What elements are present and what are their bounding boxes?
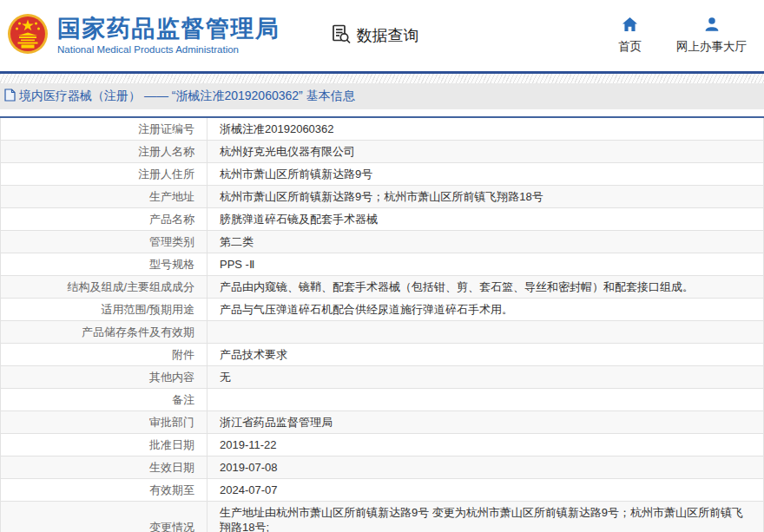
row-value: 生产地址由杭州市萧山区所前镇新达路9号 变更为杭州市萧山区所前镇新达路9号；杭州… xyxy=(207,502,764,532)
row-value: 产品与气压弹道碎石机配合供经尿道施行弹道碎石手术用。 xyxy=(207,299,764,321)
table-row: 管理类别第二类 xyxy=(1,231,764,253)
row-label: 注册证编号 xyxy=(1,117,207,141)
row-label: 注册人住所 xyxy=(1,163,207,186)
table-row: 结构及组成/主要组成成分产品由内窥镜、镜鞘、配套手术器械（包括钳、剪、套石篮、导… xyxy=(1,276,764,299)
row-value: 产品由内窥镜、镜鞘、配套手术器械（包括钳、剪、套石篮、导丝和密封帽）和配套接口组… xyxy=(207,276,764,299)
table-row: 生产地址杭州市萧山区所前镇新达路9号；杭州市萧山区所前镇飞翔路18号 xyxy=(1,186,764,208)
table-row: 注册人名称杭州好克光电仪器有限公司 xyxy=(1,141,764,163)
site-header: 国家药品监督管理局 National Medical Products Admi… xyxy=(0,0,764,71)
table-row: 审批部门浙江省药品监督管理局 xyxy=(1,411,764,434)
row-value: 2019-07-08 xyxy=(207,456,764,479)
row-label: 其他内容 xyxy=(1,366,207,389)
row-value: 杭州好克光电仪器有限公司 xyxy=(207,141,764,163)
row-label: 生效日期 xyxy=(1,456,207,479)
nav-item-service-hall[interactable]: 网上办事大厅 xyxy=(676,16,747,55)
table-row: 批准日期2019-11-22 xyxy=(1,434,764,456)
brand-title: 国家药品监督管理局 xyxy=(57,16,280,41)
row-label: 产品名称 xyxy=(1,208,207,231)
table-row: 其他内容无 xyxy=(1,366,764,389)
brand-subtitle: National Medical Products Administration xyxy=(57,44,280,55)
breadcrumb: 境内医疗器械（注册） —— “浙械注准20192060362” 基本信息 xyxy=(0,83,764,109)
user-icon xyxy=(704,16,720,35)
data-query-icon xyxy=(331,23,352,49)
data-query-tab[interactable]: 数据查询 xyxy=(331,23,419,49)
table-row: 注册人住所杭州市萧山区所前镇新达路9号 xyxy=(1,163,764,186)
data-query-label: 数据查询 xyxy=(357,25,419,46)
brand-block: 国家药品监督管理局 National Medical Products Admi… xyxy=(57,16,280,54)
nav-item-label: 网上办事大厅 xyxy=(676,39,747,55)
table-row: 产品储存条件及有效期 xyxy=(1,321,764,344)
row-label: 批准日期 xyxy=(1,434,207,456)
breadcrumb-text: 境内医疗器械（注册） —— “浙械注准20192060362” 基本信息 xyxy=(19,89,355,104)
row-label: 适用范围/预期用途 xyxy=(1,299,207,321)
info-table-body: 注册证编号浙械注准20192060362注册人名称杭州好克光电仪器有限公司注册人… xyxy=(1,117,764,532)
home-icon xyxy=(622,16,638,35)
row-label: 结构及组成/主要组成成分 xyxy=(1,276,207,299)
row-label: 产品储存条件及有效期 xyxy=(1,321,207,344)
row-label: 生产地址 xyxy=(1,186,207,208)
row-value: 无 xyxy=(207,366,764,389)
row-label: 有效期至 xyxy=(1,479,207,502)
table-row: 适用范围/预期用途产品与气压弹道碎石机配合供经尿道施行弹道碎石手术用。 xyxy=(1,299,764,321)
registration-info-table: 注册证编号浙械注准20192060362注册人名称杭州好克光电仪器有限公司注册人… xyxy=(0,116,764,532)
table-row: 附件产品技术要求 xyxy=(1,344,764,366)
row-value: 2024-07-07 xyxy=(207,479,764,502)
table-row: 产品名称膀胱弹道碎石镜及配套手术器械 xyxy=(1,208,764,231)
row-label: 备注 xyxy=(1,389,207,411)
row-label: 注册人名称 xyxy=(1,141,207,163)
row-value: 膀胱弹道碎石镜及配套手术器械 xyxy=(207,208,764,231)
table-row: 有效期至2024-07-07 xyxy=(1,479,764,502)
row-label: 审批部门 xyxy=(1,411,207,434)
row-value: PPS -Ⅱ xyxy=(207,253,764,276)
table-row: 型号规格PPS -Ⅱ xyxy=(1,253,764,276)
table-row: 变更情况生产地址由杭州市萧山区所前镇新达路9号 变更为杭州市萧山区所前镇新达路9… xyxy=(1,502,764,532)
row-label: 型号规格 xyxy=(1,253,207,276)
table-row: 注册证编号浙械注准20192060362 xyxy=(1,117,764,141)
hatch-strip xyxy=(0,74,764,83)
row-value: 杭州市萧山区所前镇新达路9号 xyxy=(207,163,764,186)
nav-item-home[interactable]: 首页 xyxy=(618,16,642,55)
row-value xyxy=(207,321,764,344)
row-value xyxy=(207,389,764,411)
nav-item-label: 首页 xyxy=(618,39,642,55)
row-label: 变更情况 xyxy=(1,502,207,532)
row-value: 产品技术要求 xyxy=(207,344,764,366)
row-value: 浙江省药品监督管理局 xyxy=(207,411,764,434)
national-emblem-logo xyxy=(7,13,49,58)
row-value: 浙械注准20192060362 xyxy=(207,117,764,141)
row-value: 杭州市萧山区所前镇新达路9号；杭州市萧山区所前镇飞翔路18号 xyxy=(207,186,764,208)
row-label: 管理类别 xyxy=(1,231,207,253)
row-value: 2019-11-22 xyxy=(207,434,764,456)
table-row: 备注 xyxy=(1,389,764,411)
row-label: 附件 xyxy=(1,344,207,366)
header-nav: 首页 网上办事大厅 xyxy=(618,16,747,55)
document-icon xyxy=(4,89,16,105)
table-row: 生效日期2019-07-08 xyxy=(1,456,764,479)
row-value: 第二类 xyxy=(207,231,764,253)
